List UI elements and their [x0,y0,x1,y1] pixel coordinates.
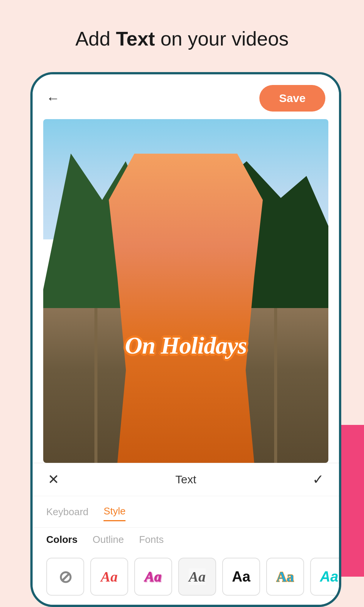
overlay-text[interactable]: On Holidays [125,332,246,360]
font-swatch-2[interactable]: Aa [134,558,172,596]
person-figure [100,154,271,463]
save-button[interactable]: Save [259,85,325,112]
top-bar: ← Save [33,74,339,119]
text-toolbar: ✕ Text ✓ [33,463,339,496]
subtab-colors[interactable]: Colors [46,534,77,546]
close-button[interactable]: ✕ [48,473,59,486]
phone-frame: ← Save On Holidays [30,72,341,607]
page-title: Add Text on your videos [0,27,364,50]
main-tab-row: Keyboard Style [33,496,339,528]
subtab-fonts[interactable]: Fonts [139,534,164,546]
font-swatch-3[interactable]: Aa [178,558,216,596]
bridge-railing-right [274,308,277,463]
confirm-button[interactable]: ✓ [312,472,324,487]
subtab-outline[interactable]: Outline [93,534,124,546]
font-swatch-1[interactable]: Aa [90,558,128,596]
font-swatch-6[interactable]: Aa [310,558,339,596]
back-button[interactable]: ← [46,90,60,106]
toolbar-title: Text [175,473,196,486]
font-swatch-5[interactable]: Aa [266,558,304,596]
bottom-panel: ✕ Text ✓ Keyboard Style Colors Outline F… [33,463,339,605]
bridge-railing-left [94,308,97,463]
video-background [43,119,328,463]
image-area: On Holidays [43,119,328,463]
tab-keyboard[interactable]: Keyboard [46,503,88,521]
font-swatch-none[interactable]: ⊘ [46,558,84,596]
font-swatch-row: ⊘ Aa Aa Aa Aa Aa Aa Aa [33,552,339,605]
tab-style[interactable]: Style [104,502,126,521]
font-swatch-4[interactable]: Aa [222,558,260,596]
sub-tab-row: Colors Outline Fonts [33,528,339,552]
